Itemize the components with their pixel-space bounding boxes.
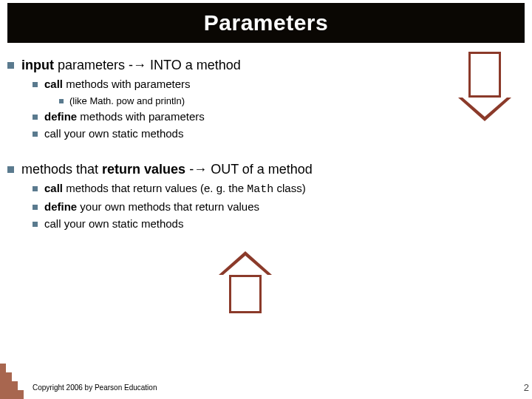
bullet-text: call your own static methods: [44, 216, 525, 231]
bullet-text: define methods with parameters: [44, 109, 525, 124]
bullet-call-return-values: call methods that return values (e. g. t…: [33, 181, 525, 197]
bullet-icon: [59, 99, 64, 103]
arrow-up-icon: [229, 251, 272, 313]
bullet-icon: [7, 62, 14, 69]
bullet-call-own-static-2: call your own static methods: [33, 216, 525, 231]
title-bar: Parameters: [7, 3, 525, 43]
bullet-input-parameters: input parameters -→ INTO a method: [7, 56, 525, 74]
arrow-down-icon: [468, 52, 511, 121]
corner-decoration: [0, 355, 24, 399]
bullet-icon: [33, 132, 38, 137]
bullet-text: define your own methods that return valu…: [44, 200, 525, 214]
bullet-call-own-static-1: call your own static methods: [33, 126, 525, 141]
bullet-icon: [33, 222, 38, 227]
bullet-icon: [7, 166, 14, 173]
slide: Parameters input parameters -→ INTO a me…: [0, 0, 532, 399]
bullet-text: input parameters -→ INTO a method: [21, 56, 525, 74]
bullet-icon: [33, 82, 38, 87]
bullet-text: call methods with parameters: [44, 77, 525, 92]
copyright-text: Copyright 2006 by Pearson Education: [33, 383, 157, 392]
slide-title: Parameters: [204, 10, 328, 35]
bullet-icon: [33, 115, 38, 120]
bullet-call-with-params: call methods with parameters: [33, 77, 525, 92]
bullet-text: (like Math. pow and println): [69, 95, 525, 108]
bullet-return-values: methods that return values -→ OUT of a m…: [7, 160, 525, 178]
bullet-text: call methods that return values (e. g. t…: [44, 181, 525, 197]
page-number: 2: [524, 382, 529, 393]
bullet-icon: [33, 205, 38, 210]
bullet-text: call your own static methods: [44, 126, 525, 141]
bullet-define-return-values: define your own methods that return valu…: [33, 200, 525, 214]
bullet-like-math-pow: (like Math. pow and println): [59, 95, 525, 108]
bullet-define-with-params: define methods with parameters: [33, 109, 525, 124]
bullet-icon: [33, 186, 38, 191]
slide-content: input parameters -→ INTO a method call m…: [7, 52, 525, 234]
bullet-text: methods that return values -→ OUT of a m…: [21, 160, 525, 178]
